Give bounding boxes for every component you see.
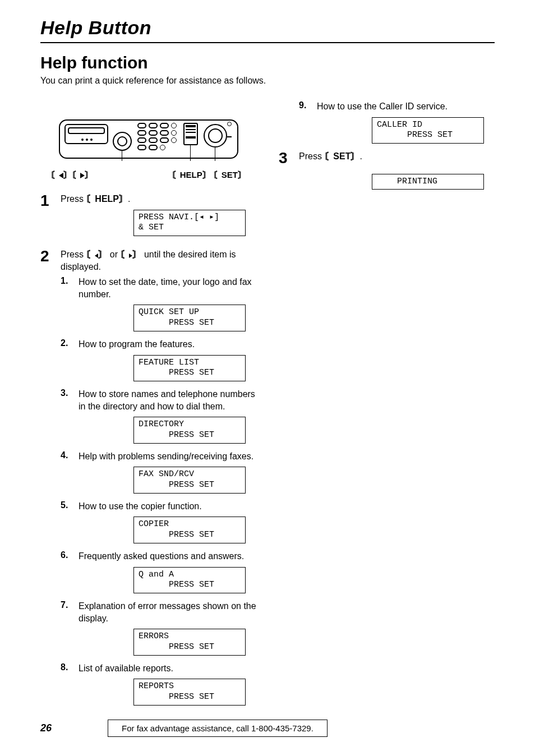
- step-2-list: 1. How to set the date, time, your logo …: [61, 276, 256, 706]
- running-head: Help Button: [40, 17, 495, 39]
- list-num: 6.: [61, 550, 74, 563]
- list-item: 6. Frequently asked questions and answer…: [61, 550, 256, 563]
- list-item: 5. How to use the copier function.: [61, 500, 256, 513]
- list-text: List of available reports.: [79, 662, 256, 675]
- lcd-q-and-a: Q and A PRESS SET: [133, 567, 246, 594]
- two-column-layout: 〘〙〘〙 〘HELP〙 〘SET〙 1 Press 〘HELP〙. PRESS …: [40, 100, 495, 718]
- lcd-printing: PRINTING: [372, 174, 484, 190]
- step-2-number: 2: [40, 248, 53, 264]
- lcd-errors: ERRORS PRESS SET: [133, 629, 246, 656]
- list-item: 9. How to use the Caller ID service.: [299, 100, 495, 113]
- nav-keys-caption: 〘〙〘〙: [50, 170, 93, 181]
- list-num: 4.: [61, 450, 74, 463]
- step-2-text: Press 〘〙 or 〘〙 until the desired item is…: [61, 248, 256, 273]
- section-title: Help function: [40, 53, 495, 72]
- step-3: 3 Press 〘SET〙. PRINTING: [279, 150, 495, 196]
- list-item: 2. How to program the features.: [61, 338, 256, 351]
- list-text: Help with problems sending/receiving fax…: [79, 450, 256, 463]
- list-num: 7.: [61, 600, 74, 624]
- list-text: How to store names and telephone numbers…: [79, 388, 256, 412]
- list-item: 4. Help with problems sending/receiving …: [61, 450, 256, 463]
- lcd-directory: DIRECTORY PRESS SET: [133, 417, 246, 444]
- lcd-caller-id: CALLER ID PRESS SET: [372, 117, 484, 144]
- page-footer: 26 For fax advantage assistance, call 1-…: [0, 720, 535, 737]
- step-1-number: 1: [40, 193, 53, 209]
- lcd-quick-setup: QUICK SET UP PRESS SET: [133, 305, 246, 331]
- list-text: How to use the copier function.: [79, 500, 256, 513]
- list-num: 9.: [299, 100, 312, 113]
- step-2-continued: 9. How to use the Caller ID service. CAL…: [279, 100, 495, 144]
- list-text: How to set the date, time, your logo and…: [79, 276, 256, 300]
- right-arrow-icon: [80, 173, 85, 178]
- list-num: 3.: [61, 388, 74, 412]
- lcd-reports: REPORTS PRESS SET: [133, 679, 246, 706]
- step-3-number: 3: [279, 150, 291, 166]
- help-set-caption: 〘HELP〙 〘SET〙: [172, 170, 246, 181]
- list-num: 8.: [61, 662, 74, 675]
- footer-assistance-box: For fax advantage assistance, call 1-800…: [108, 720, 328, 737]
- step-2: 2 Press 〘〙 or 〘〙 until the desired item …: [40, 248, 256, 712]
- step-3-text: Press 〘SET〙.: [299, 150, 495, 163]
- list-item: 8. List of available reports.: [61, 662, 256, 675]
- list-text: Frequently asked questions and answers.: [79, 550, 256, 563]
- lcd-feature-list: FEATURE LIST PRESS SET: [133, 355, 246, 382]
- list-text: How to use the Caller ID service.: [317, 100, 495, 113]
- list-text: Explanation of error messages shown on t…: [79, 600, 256, 624]
- lcd-step1: PRESS NAVI.[◂ ▸] & SET: [133, 210, 246, 237]
- list-num: 5.: [61, 500, 74, 513]
- left-column: 〘〙〘〙 〘HELP〙 〘SET〙 1 Press 〘HELP〙. PRESS …: [40, 100, 256, 718]
- page-number: 26: [40, 722, 59, 734]
- lcd-fax-sndrcv: FAX SND/RCV PRESS SET: [133, 467, 246, 494]
- list-item: 1. How to set the date, time, your logo …: [61, 276, 256, 300]
- step-1: 1 Press 〘HELP〙. PRESS NAVI.[◂ ▸] & SET: [40, 193, 256, 243]
- device-caption-row: 〘〙〘〙 〘HELP〙 〘SET〙: [40, 170, 256, 181]
- list-text: How to program the features.: [79, 338, 256, 351]
- device-drawing: [59, 114, 238, 165]
- lcd-copier: COPIER PRESS SET: [133, 517, 246, 543]
- list-item: 7. Explanation of error messages shown o…: [61, 600, 256, 624]
- list-num: 2.: [61, 338, 74, 351]
- right-column: 9. How to use the Caller ID service. CAL…: [279, 100, 495, 718]
- list-item: 3. How to store names and telephone numb…: [61, 388, 256, 412]
- step-1-text: Press 〘HELP〙.: [61, 193, 256, 205]
- left-arrow-icon: [59, 173, 63, 178]
- list-num: 1.: [61, 276, 74, 300]
- device-illustration: 〘〙〘〙 〘HELP〙 〘SET〙: [40, 114, 256, 181]
- page: Help Button Help function You can print …: [0, 0, 535, 756]
- intro-text: You can print a quick reference for assi…: [40, 76, 495, 86]
- head-rule: [40, 42, 495, 43]
